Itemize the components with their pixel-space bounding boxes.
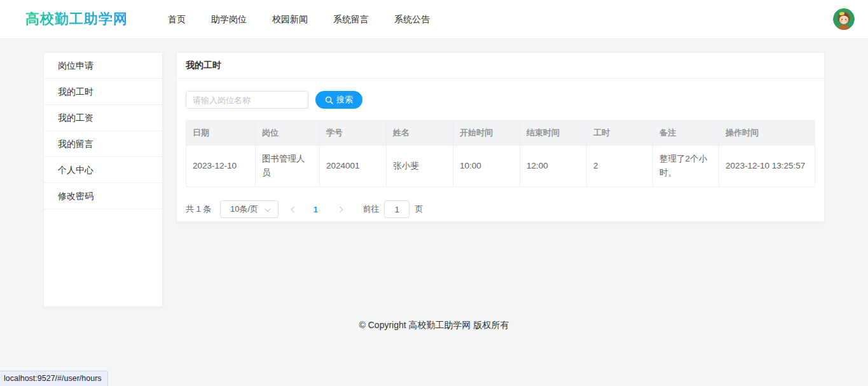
avatar-image xyxy=(833,8,855,30)
nav-item-home[interactable]: 首页 xyxy=(168,0,186,39)
cell-position: 图书管理人员 xyxy=(256,146,320,187)
prev-page-button[interactable] xyxy=(285,200,303,218)
col-operation-time: 操作时间 xyxy=(719,121,815,146)
cell-start-time: 10:00 xyxy=(453,146,520,187)
nav-menu: 首页 助学岗位 校园新闻 系统留言 系统公告 xyxy=(168,0,430,39)
cell-remark: 整理了2个小时。 xyxy=(653,146,719,187)
cell-end-time: 12:00 xyxy=(520,146,587,187)
col-name: 姓名 xyxy=(387,121,453,146)
my-hours-card: 我的工时 搜索 xyxy=(176,52,825,222)
cell-operation-time: 2023-12-10 13:25:57 xyxy=(719,146,815,187)
search-button-label: 搜索 xyxy=(336,94,353,106)
next-page-button[interactable] xyxy=(331,200,348,218)
cell-name: 张小斐 xyxy=(387,146,453,187)
page-number-1[interactable]: 1 xyxy=(307,200,324,218)
search-input[interactable] xyxy=(186,91,308,109)
page-size-value: 10条/页 xyxy=(230,203,258,215)
chevron-down-icon xyxy=(265,205,271,212)
goto-page-input[interactable] xyxy=(384,200,410,218)
page-unit-label: 页 xyxy=(415,203,423,215)
hours-table: 日期 岗位 学号 姓名 开始时间 结束时间 工时 备注 操作时间 2023-12… xyxy=(186,120,815,187)
col-position: 岗位 xyxy=(256,121,320,146)
col-end-time: 结束时间 xyxy=(520,121,587,146)
col-start-time: 开始时间 xyxy=(453,121,520,146)
table-row: 2023-12-10 图书管理人员 2024001 张小斐 10:00 12:0… xyxy=(186,146,815,187)
card-body: 搜索 日期 岗位 学号 姓名 开始时间 结束时间 xyxy=(177,79,824,218)
search-icon xyxy=(325,96,333,104)
sidebar-menu: 岗位申请 我的工时 我的工资 我的留言 个人中心 修改密码 xyxy=(43,52,163,307)
chevron-right-icon xyxy=(337,206,343,212)
cell-date: 2023-12-10 xyxy=(186,146,256,187)
goto-page: 前往 页 xyxy=(362,200,423,218)
app-logo[interactable]: 高校勤工助学网 xyxy=(25,10,128,29)
page-title: 我的工时 xyxy=(177,53,824,79)
sidebar-item-my-salary[interactable]: 我的工资 xyxy=(44,105,162,131)
sidebar-item-profile[interactable]: 个人中心 xyxy=(44,157,162,183)
table-header-row: 日期 岗位 学号 姓名 开始时间 结束时间 工时 备注 操作时间 xyxy=(186,121,815,146)
nav-item-news[interactable]: 校园新闻 xyxy=(272,0,308,39)
col-remark: 备注 xyxy=(653,121,719,146)
copyright-footer: © Copyright 高校勤工助学网 版权所有 xyxy=(0,320,868,331)
chevron-left-icon xyxy=(291,206,298,212)
page-content: 岗位申请 我的工时 我的工资 我的留言 个人中心 修改密码 我的工时 搜索 xyxy=(0,39,868,307)
sidebar-item-job-application[interactable]: 岗位申请 xyxy=(44,53,162,79)
cell-hours: 2 xyxy=(587,146,653,187)
cell-student-id: 2024001 xyxy=(320,146,387,187)
col-hours: 工时 xyxy=(587,121,653,146)
top-navbar: 高校勤工助学网 首页 助学岗位 校园新闻 系统留言 系统公告 xyxy=(0,0,868,39)
sidebar-item-change-password[interactable]: 修改密码 xyxy=(44,183,162,209)
pagination: 共 1 条 10条/页 1 前往 页 xyxy=(186,200,815,218)
page-size-select[interactable]: 10条/页 xyxy=(220,200,279,218)
col-date: 日期 xyxy=(186,121,256,146)
search-row: 搜索 xyxy=(186,91,815,109)
user-avatar[interactable] xyxy=(833,8,855,30)
goto-label: 前往 xyxy=(362,203,379,215)
nav-item-announcements[interactable]: 系统公告 xyxy=(394,0,430,39)
nav-item-jobs[interactable]: 助学岗位 xyxy=(211,0,247,39)
sidebar-item-my-hours[interactable]: 我的工时 xyxy=(44,79,162,105)
sidebar-item-my-messages[interactable]: 我的留言 xyxy=(44,131,162,157)
nav-item-messages[interactable]: 系统留言 xyxy=(333,0,369,39)
browser-status-bar: localhost:9527/#/user/hours xyxy=(0,371,108,386)
col-student-id: 学号 xyxy=(320,121,387,146)
search-button[interactable]: 搜索 xyxy=(315,91,362,109)
pagination-total: 共 1 条 xyxy=(186,203,211,215)
